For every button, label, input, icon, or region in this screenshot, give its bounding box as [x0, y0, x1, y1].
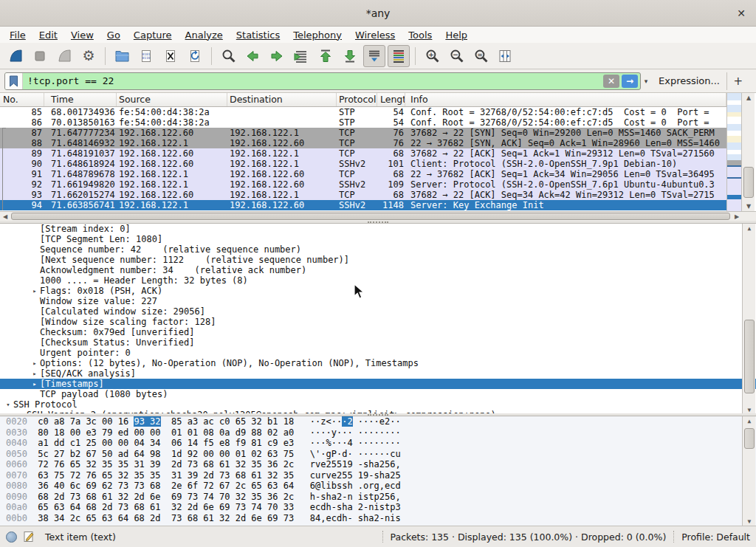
scroll-up-arrow[interactable]: ▲	[743, 416, 756, 426]
filter-bookmark-button[interactable]	[5, 73, 23, 89]
hex-row[interactable]: 00a0 65 63 64 68 2d 73 68 61 32 2d 6e 69…	[0, 502, 756, 513]
menu-go[interactable]: Go	[100, 28, 127, 42]
packet-row[interactable]: 9371.662015274192.168.122.60192.168.122.…	[0, 190, 726, 200]
detail-line[interactable]: ▸[Timestamps]	[0, 379, 756, 389]
hex-row[interactable]: 0060 72 76 65 32 35 35 31 39 2d 73 68 61…	[0, 459, 756, 470]
expander-closed-icon[interactable]: ▸	[30, 368, 40, 379]
column-header-info[interactable]: Info	[405, 93, 726, 106]
add-filter-button[interactable]: +	[726, 72, 749, 90]
status-profile[interactable]: Profile: Default	[681, 531, 750, 543]
stop-capture-button[interactable]	[29, 45, 51, 67]
bytes-vertical-scrollbar[interactable]: ▲ ▼	[742, 416, 755, 526]
expression-button[interactable]: Expression...	[659, 75, 720, 86]
display-filter-entry[interactable]: !tcp.port == 22 ✕ →	[4, 72, 641, 90]
expander-closed-icon[interactable]: ▸	[30, 379, 40, 389]
hex-row[interactable]: 0070 63 75 72 76 65 32 35 35 31 39 2d 73…	[0, 470, 756, 481]
detail-line[interactable]: 1000 .... = Header Length: 32 bytes (8)	[0, 275, 756, 286]
capture-comment-icon[interactable]	[23, 531, 35, 543]
expert-info-icon[interactable]	[6, 531, 17, 543]
auto-scroll-button[interactable]	[363, 45, 385, 67]
hex-row[interactable]: 00b0 38 34 2c 65 63 64 68 2d 73 68 61 32…	[0, 513, 756, 524]
column-header-time[interactable]: Time	[44, 93, 117, 106]
packet-list-vertical-scrollbar[interactable]: ▲ ▼	[741, 93, 755, 211]
packet-row[interactable]: 8771.647777234192.168.122.60192.168.122.…	[0, 128, 726, 138]
hex-row[interactable]: 0050 5c 27 b2 67 50 ad 64 98 1d 92 00 00…	[0, 449, 756, 460]
detail-line[interactable]: ▾SSH Protocol	[0, 399, 756, 410]
scrollbar-thumb[interactable]	[11, 213, 730, 220]
detail-line[interactable]: ▸Flags: 0x018 (PSH, ACK)	[0, 286, 756, 296]
filter-history-dropdown[interactable]: ▾	[641, 72, 651, 90]
column-header-destination[interactable]: Destination	[227, 93, 337, 106]
display-filter-input[interactable]: !tcp.port == 22	[23, 75, 603, 86]
go-to-packet-button[interactable]	[290, 45, 312, 67]
packet-list-horizontal-scrollbar[interactable]: ◀ ▶	[0, 211, 742, 221]
hex-row[interactable]: 0090 68 2d 73 68 61 32 2d 6e 69 73 74 70…	[0, 492, 756, 503]
close-file-button[interactable]	[159, 45, 182, 67]
detail-line[interactable]: [Stream index: 0]	[0, 224, 756, 234]
packet-row[interactable]: 8670.013850163fe:54:00:d4:38:2aSTP54Conf…	[0, 117, 726, 128]
scroll-down-arrow[interactable]: ▼	[742, 202, 755, 211]
detail-line[interactable]: TCP payload (1080 bytes)	[0, 389, 756, 399]
filter-clear-button[interactable]: ✕	[603, 75, 619, 88]
menu-help[interactable]: Help	[439, 28, 474, 42]
packet-row[interactable]: 8871.648146932192.168.122.1192.168.122.6…	[0, 138, 726, 148]
column-header-source[interactable]: Source	[117, 93, 227, 106]
go-last-button[interactable]	[339, 45, 361, 67]
detail-line[interactable]: [Next sequence number: 1122 (relative se…	[0, 255, 756, 265]
zoom-out-button[interactable]: −	[445, 45, 467, 67]
column-header-no[interactable]: No.	[0, 93, 44, 106]
colorize-button[interactable]	[388, 45, 410, 67]
packet-row[interactable]: 9071.648618924192.168.122.60192.168.122.…	[0, 159, 726, 169]
close-window-button[interactable]: ✕	[734, 6, 749, 21]
detail-line[interactable]: ▸Options: (12 bytes), No-Operation (NOP)…	[0, 358, 756, 368]
find-packet-button[interactable]	[217, 45, 239, 67]
detail-line[interactable]: Sequence number: 42 (relative sequence n…	[0, 244, 756, 255]
detail-line[interactable]: Window size value: 227	[0, 296, 756, 306]
column-header-protocol[interactable]: Protocol	[337, 93, 377, 106]
hex-row[interactable]: 0030 80 18 00 e3 79 ed 00 00 01 01 08 0a…	[0, 427, 756, 438]
menu-capture[interactable]: Capture	[127, 28, 179, 42]
detail-line[interactable]: [Window size scaling factor: 128]	[0, 317, 756, 327]
packet-row[interactable]: 8971.648191037192.168.122.60192.168.122.…	[0, 148, 726, 159]
hex-row[interactable]: 0020 c0 a8 7a 3c 00 16 93 32 85 a3 ac c0…	[0, 416, 756, 427]
scroll-up-arrow[interactable]: ▲	[742, 93, 755, 103]
start-capture-button[interactable]	[4, 45, 27, 67]
menu-analyze[interactable]: Analyze	[179, 28, 230, 42]
column-header-length[interactable]: Length	[377, 93, 405, 106]
zoom-in-button[interactable]: +	[421, 45, 443, 67]
detail-line[interactable]: Acknowledgment number: 34 (relative ack …	[0, 265, 756, 275]
scroll-up-arrow[interactable]: ▲	[743, 224, 756, 233]
packet-row[interactable]: 9171.648789678192.168.122.1192.168.122.6…	[0, 169, 726, 179]
scroll-left-arrow[interactable]: ◀	[0, 212, 10, 221]
capture-options-button[interactable]: ⚙	[78, 45, 100, 67]
menu-tools[interactable]: Tools	[402, 28, 439, 42]
open-file-button[interactable]	[111, 45, 133, 67]
menu-statistics[interactable]: Statistics	[230, 28, 286, 42]
go-first-button[interactable]	[315, 45, 337, 67]
scroll-right-arrow[interactable]: ▶	[732, 212, 742, 221]
scrollbar-thumb[interactable]	[744, 320, 755, 393]
resize-columns-button[interactable]	[494, 45, 516, 67]
zoom-original-button[interactable]: =	[470, 45, 492, 67]
menu-wireless[interactable]: Wireless	[348, 28, 402, 42]
go-previous-button[interactable]	[241, 45, 264, 67]
menu-view[interactable]: View	[64, 28, 100, 42]
detail-line[interactable]: [Checksum Status: Unverified]	[0, 337, 756, 348]
packet-row[interactable]: 9471.663856741192.168.122.1192.168.122.6…	[0, 200, 726, 210]
menu-edit[interactable]: Edit	[32, 28, 64, 42]
intelligent-scrollbar-minimap[interactable]	[726, 93, 741, 211]
menu-file[interactable]: File	[3, 28, 32, 42]
detail-line[interactable]: [TCP Segment Len: 1080]	[0, 234, 756, 244]
detail-line[interactable]: [Calculated window size: 29056]	[0, 306, 756, 317]
reload-file-button[interactable]	[184, 45, 206, 67]
restart-capture-button[interactable]	[53, 45, 75, 67]
filter-apply-button[interactable]: →	[622, 75, 638, 88]
packet-row[interactable]: 9271.661949820192.168.122.1192.168.122.6…	[0, 179, 726, 190]
go-next-button[interactable]	[266, 45, 288, 67]
scrollbar-thumb[interactable]	[744, 428, 755, 449]
save-file-button[interactable]: 01010110	[135, 45, 157, 67]
detail-line[interactable]: Urgent pointer: 0	[0, 348, 756, 358]
menu-telephony[interactable]: Telephony	[286, 28, 348, 42]
hex-row[interactable]: 0080 36 40 6c 69 62 73 73 68 2e 6f 72 67…	[0, 481, 756, 492]
scroll-down-arrow[interactable]: ▼	[743, 517, 756, 526]
